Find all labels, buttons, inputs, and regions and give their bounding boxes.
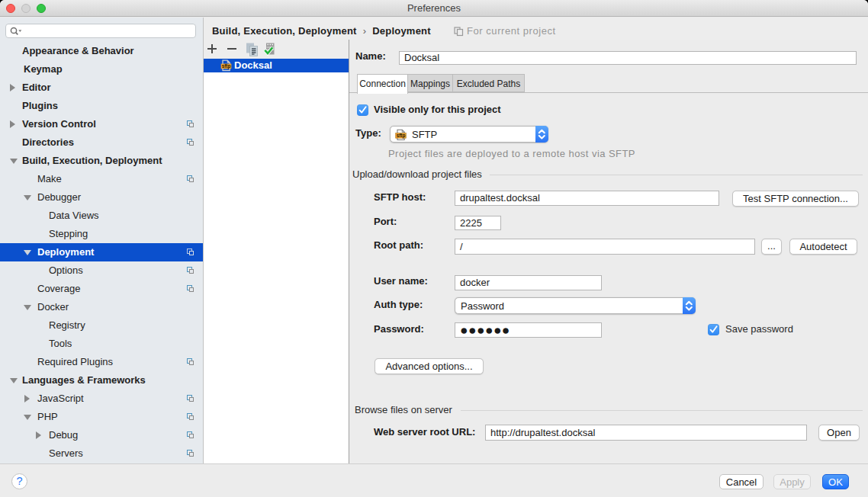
svg-text:sftp: sftp: [397, 133, 406, 139]
svg-text:sftp: sftp: [222, 63, 231, 69]
